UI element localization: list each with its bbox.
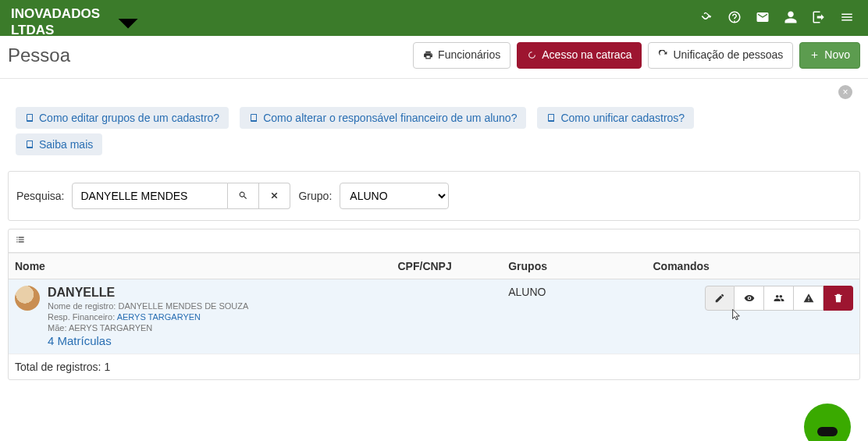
menu-icon[interactable] [840,10,854,24]
mae-value: AERYS TARGARYEN [69,323,152,333]
book-icon [25,113,34,123]
book-icon [546,113,556,123]
th-cmd: Comandos [646,253,859,279]
unificacao-button[interactable]: Unificação de pessoas [648,42,793,69]
resp-link[interactable]: AERYS TARGARYEN [117,312,201,322]
help-tag-edit-groups[interactable]: Como editar grupos de um cadastro? [16,107,229,129]
funcionarios-button[interactable]: Funcionários [413,42,510,69]
pesquisa-group [72,183,290,209]
group-button[interactable] [764,286,794,311]
resp-line: Resp. Financeiro: AERYS TARGARYEN [48,312,248,322]
book-icon [25,140,34,149]
mae-label: Mãe: [48,323,66,333]
app-header: UNIVERSIDADE PROESC: INOVADADOS LTDAS [0,0,868,36]
handshake-icon[interactable] [699,10,713,24]
edit-button[interactable] [705,286,735,311]
org-name: INOVADADOS LTDAS [11,6,100,38]
acesso-catraca-button[interactable]: Acesso na catraca [517,42,642,69]
plus-icon [809,50,820,60]
grupo-label: Grupo: [298,190,332,202]
help-tag-more[interactable]: Saiba mais [16,133,102,155]
dismiss-button[interactable]: × [838,85,852,99]
users-icon [774,293,784,304]
search-panel: Pesquisa: Grupo: ALUNO [8,171,860,221]
search-icon [238,190,248,201]
funcionarios-label: Funcionários [438,48,500,63]
novo-label: Novo [824,48,850,63]
resp-label: Resp. Financeiro: [48,312,115,322]
trash-icon [833,293,844,304]
warning-button[interactable] [794,286,824,311]
grupo-select[interactable]: ALUNO [340,183,449,209]
cell-grupos: ALUNO [502,279,646,354]
help-label: Como alterar o responsável financeiro de… [263,112,517,124]
eye-icon [744,293,755,304]
list-view-button[interactable] [15,235,26,247]
help-icon[interactable] [727,10,742,24]
pesquisa-label: Pesquisa: [16,190,64,202]
th-cpf: CPF/CNPJ [392,253,503,279]
help-tag-unify[interactable]: Como unificar cadastros? [537,107,694,129]
help-row: Como editar grupos de um cadastro? Como … [0,99,868,133]
search-button[interactable] [228,183,259,209]
help-tag-alter-responsible[interactable]: Como alterar o responsável financeiro de… [240,107,526,129]
book-icon [249,113,258,123]
avatar [15,286,40,311]
help-row-2: Saiba mais [0,133,868,160]
th-nome: Nome [9,253,392,279]
print-icon [423,50,433,60]
org-block: UNIVERSIDADE PROESC: INOVADADOS LTDAS [11,0,151,46]
footer-count: 1 [104,361,110,373]
table-toolbar [9,229,859,253]
help-label: Como editar grupos de um cadastro? [39,112,219,124]
refresh-icon [658,50,668,60]
page-actions: Funcionários Acesso na catraca Unificaçã… [413,42,860,69]
delete-button[interactable] [824,286,853,311]
help-label: Como unificar cadastros? [560,112,685,124]
warning-icon [803,293,814,304]
table-header-row: Nome CPF/CNPJ Grupos Comandos [9,253,859,279]
unificacao-label: Unificação de pessoas [673,48,783,63]
mail-icon[interactable] [756,10,770,24]
clear-search-button[interactable] [259,183,290,209]
cell-comandos [646,279,859,354]
table-footer: Total de registros: 1 [9,354,859,379]
table-panel: Nome CPF/CNPJ Grupos Comandos DANYELLE N… [8,229,860,380]
novo-button[interactable]: Novo [799,42,860,69]
th-grupos: Grupos [502,253,646,279]
help-label: Saiba mais [39,138,93,151]
view-button[interactable] [735,286,764,311]
chevron-down-icon [105,0,151,46]
close-icon [269,190,279,201]
logout-icon[interactable] [812,10,826,24]
list-icon [15,234,26,245]
results-table: Nome CPF/CNPJ Grupos Comandos DANYELLE N… [9,253,859,354]
mae-line: Mãe: AERYS TARGARYEN [48,323,248,333]
edit-icon [714,293,725,304]
cell-nome: DANYELLE Nome de registro: DANYELLE MEND… [9,279,392,354]
acesso-catraca-label: Acesso na catraca [542,48,631,63]
matriculas-link[interactable]: 4 Matrículas [48,334,248,347]
reg-value: DANYELLE MENDES DE SOUZA [119,301,249,311]
dismiss-row: × [0,79,868,99]
reg-line: Nome de registro: DANYELLE MENDES DE SOU… [48,301,248,311]
footer-label: Total de registros: [15,361,101,373]
page-title: Pessoa [8,44,70,66]
table-row: DANYELLE Nome de registro: DANYELLE MEND… [9,279,859,354]
spinner-icon [527,50,537,60]
header-icons [699,10,857,24]
org-switcher[interactable]: INOVADADOS LTDAS [11,0,151,46]
search-input[interactable] [72,183,228,209]
reg-label: Nome de registro: [48,301,116,311]
cell-cpf [392,279,503,354]
user-icon[interactable] [784,10,798,24]
person-name: DANYELLE [48,286,248,300]
